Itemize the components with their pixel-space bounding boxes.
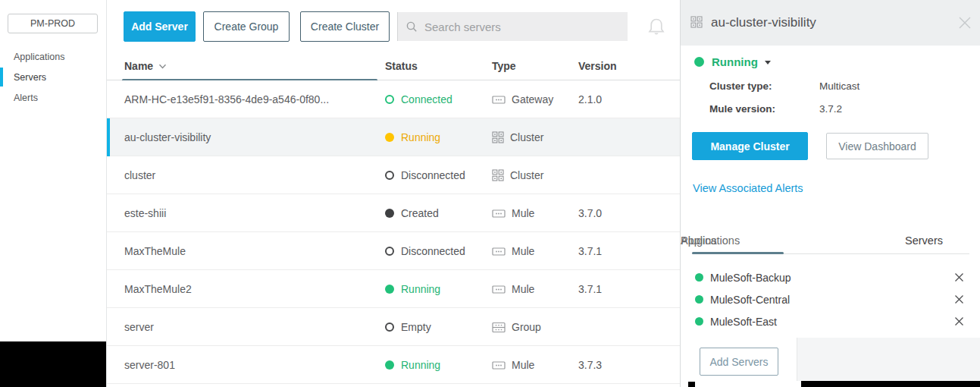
- list-item[interactable]: MuleSoft-Backup: [681, 266, 980, 288]
- status-ring-green-icon: [385, 95, 394, 104]
- server-version: 3.7.3: [578, 346, 602, 384]
- mule-icon: [492, 247, 506, 256]
- cluster-detail-panel: au-cluster-visibility Running Cluster ty…: [680, 0, 980, 387]
- type-label: Gateway: [512, 93, 553, 105]
- status-dot-yellow-icon: [385, 133, 394, 142]
- caret-down-icon: [765, 61, 771, 64]
- field-label: Mule version:: [709, 103, 775, 115]
- cluster-server-name: MuleSoft-East: [710, 316, 777, 328]
- cluster-status-dropdown[interactable]: Running: [694, 55, 771, 68]
- remove-server-x-icon[interactable]: [954, 316, 964, 326]
- type-label: Cluster: [510, 169, 543, 181]
- environment-label: PM-PROD: [30, 18, 75, 29]
- server-name: ARM-HC-e13e5f91-8356-4de9-a546-0f80...: [124, 80, 329, 118]
- active-indicator: [0, 68, 3, 87]
- mule-icon: [492, 285, 506, 294]
- tab-plugins[interactable]: Plugins: [681, 234, 717, 247]
- status-dot-green-icon: [694, 57, 704, 67]
- sidebar-item-servers[interactable]: Servers: [0, 67, 105, 87]
- type-label: Mule: [512, 359, 534, 371]
- remove-server-x-icon[interactable]: [954, 272, 964, 282]
- table-header: Name Status Type Version: [107, 51, 680, 80]
- sidebar-item-applications[interactable]: Applications: [0, 46, 105, 67]
- table-row[interactable]: clusterDisconnectedCluster: [107, 156, 680, 194]
- status-label: Empty: [401, 321, 431, 333]
- environment-selector[interactable]: PM-PROD: [8, 14, 98, 33]
- table-row[interactable]: server-801RunningMule3.7.3: [107, 346, 680, 384]
- type-label: Cluster: [510, 131, 543, 143]
- status-dot-green-icon: [385, 360, 394, 370]
- tab-servers[interactable]: Servers: [905, 234, 943, 247]
- server-table: ARM-HC-e13e5f91-8356-4de9-a546-0f80...Co…: [107, 80, 680, 384]
- server-type: Mule: [492, 270, 534, 308]
- server-type: Group: [492, 308, 541, 346]
- table-row[interactable]: este-shiiiCreatedMule3.7.0: [107, 194, 680, 232]
- status-dot-green-icon: [695, 317, 703, 326]
- create-cluster-button[interactable]: Create Cluster: [300, 11, 390, 42]
- server-name: cluster: [124, 156, 155, 194]
- add-servers-button[interactable]: Add Servers: [700, 348, 778, 376]
- panel-title: au-cluster-visibility: [711, 0, 816, 46]
- status-dot-dark-icon: [385, 209, 394, 218]
- add-server-button[interactable]: Add Server: [124, 11, 196, 42]
- server-version: 3.7.0: [578, 194, 602, 232]
- view-associated-alerts-link[interactable]: View Associated Alerts: [693, 182, 803, 194]
- black-cutoff-square: [688, 382, 695, 387]
- status-label: Disconnected: [401, 169, 465, 181]
- server-status: Connected: [385, 80, 452, 118]
- search-icon: [405, 20, 418, 33]
- server-name: MaxTheMule: [124, 232, 186, 270]
- status-dot-green-icon: [385, 285, 394, 294]
- server-type: Mule: [492, 194, 534, 232]
- remove-server-x-icon[interactable]: [954, 294, 964, 304]
- gateway-icon: [492, 95, 506, 105]
- cluster-icon: [690, 16, 703, 31]
- server-status: Disconnected: [385, 156, 465, 194]
- list-item[interactable]: MuleSoft-Central: [681, 288, 980, 310]
- type-label: Mule: [512, 245, 534, 257]
- server-type: Mule: [492, 346, 534, 384]
- table-row[interactable]: ARM-HC-e13e5f91-8356-4de9-a546-0f80...Co…: [107, 80, 680, 118]
- server-version: 2.1.0: [578, 80, 602, 118]
- server-name: server: [124, 308, 154, 346]
- sidebar-item-label: Servers: [14, 72, 46, 83]
- notifications-bell-icon[interactable]: [647, 16, 666, 40]
- search-box: [397, 12, 628, 41]
- table-row[interactable]: au-cluster-visibilityRunningCluster: [107, 118, 680, 156]
- cluster-icon: [492, 169, 504, 181]
- cluster-servers-list: MuleSoft-BackupMuleSoft-CentralMuleSoft-…: [681, 266, 980, 332]
- black-cutoff-bottom-left: [0, 341, 106, 387]
- close-icon[interactable]: [957, 15, 972, 33]
- server-status: Running: [385, 346, 440, 384]
- sidebar-item-label: Alerts: [14, 93, 38, 103]
- sidebar: PM-PROD ApplicationsServersAlerts: [0, 0, 107, 387]
- column-header-name[interactable]: Name: [124, 51, 167, 80]
- sidebar-item-label: Applications: [14, 52, 64, 62]
- server-status: Empty: [385, 308, 431, 346]
- status-ring-dark-icon: [385, 322, 394, 332]
- list-item[interactable]: MuleSoft-East: [681, 310, 980, 332]
- server-status: Running: [385, 118, 440, 156]
- table-row[interactable]: MaxTheMule2RunningMule3.7.1: [107, 270, 680, 308]
- status-label: Running: [401, 283, 440, 295]
- sort-chevron-down-icon: [158, 64, 167, 69]
- cluster-server-name: MuleSoft-Central: [710, 294, 790, 306]
- server-status: Created: [385, 194, 439, 232]
- panel-field: Mule version:3.7.2: [681, 99, 980, 121]
- black-cutoff-bottom-right: [801, 381, 980, 387]
- table-row[interactable]: MaxTheMuleDisconnectedMule3.7.1: [107, 232, 680, 270]
- mule-icon: [492, 209, 506, 219]
- create-group-button[interactable]: Create Group: [203, 11, 290, 42]
- sidebar-item-alerts[interactable]: Alerts: [0, 87, 105, 108]
- cluster-server-name: MuleSoft-Backup: [710, 272, 791, 284]
- field-label: Cluster type:: [709, 80, 772, 92]
- servers-page: Add Server Create Group Create Cluster N…: [107, 0, 680, 387]
- cluster-fields: Cluster type:MulticastMule version:3.7.2: [681, 76, 980, 121]
- table-row[interactable]: serverEmptyGroup: [107, 308, 680, 346]
- manage-cluster-button[interactable]: Manage Cluster: [692, 132, 808, 160]
- server-version: 3.7.1: [578, 232, 602, 270]
- search-input[interactable]: [423, 20, 620, 34]
- status-label: Running: [401, 131, 440, 143]
- status-label: Created: [401, 207, 439, 219]
- view-dashboard-button[interactable]: View Dashboard: [826, 133, 928, 159]
